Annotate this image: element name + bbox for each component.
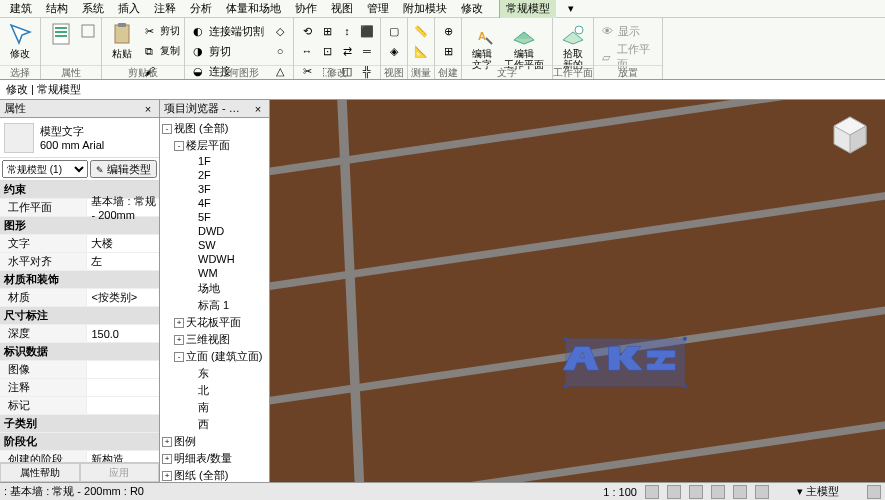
tree-item[interactable]: 5F <box>160 210 269 224</box>
property-value[interactable]: 新构造 <box>87 451 159 462</box>
tree-item[interactable]: 东 <box>160 365 269 382</box>
viewcube[interactable] <box>825 110 875 160</box>
scale-display[interactable]: 1 : 100 <box>603 486 637 498</box>
modify-tool-icon[interactable]: ⬛ <box>358 22 376 40</box>
modify-tool-icon[interactable]: ⊡ <box>318 42 336 60</box>
tool-icon[interactable]: ⊕ <box>439 22 457 40</box>
modify-tool-icon[interactable]: ↔ <box>298 42 316 60</box>
tool-icon[interactable]: ◈ <box>385 42 403 60</box>
property-value[interactable] <box>87 361 159 378</box>
modify-tool-icon[interactable]: ⊞ <box>318 22 336 40</box>
tree-item[interactable]: +天花板平面 <box>160 314 269 331</box>
tree-item[interactable]: +明细表/数量 <box>160 450 269 467</box>
tree-item[interactable]: 西 <box>160 416 269 433</box>
tree-item[interactable]: WM <box>160 266 269 280</box>
paste-button[interactable]: 粘贴 <box>106 20 138 61</box>
expand-icon[interactable]: + <box>174 335 184 345</box>
property-value[interactable]: 左 <box>87 253 159 270</box>
tree-item[interactable]: 南 <box>160 399 269 416</box>
menu-item[interactable]: 注释 <box>148 0 182 18</box>
tree-item[interactable]: 标高 1 <box>160 297 269 314</box>
tool-icon[interactable]: 📏 <box>412 22 430 40</box>
expand-icon[interactable]: + <box>162 437 172 447</box>
menu-item[interactable]: 建筑 <box>4 0 38 18</box>
property-value[interactable]: <按类别> <box>87 289 159 306</box>
close-icon[interactable]: × <box>251 102 265 116</box>
tree-item[interactable]: -视图 (全部) <box>160 120 269 137</box>
property-row[interactable]: 标记 <box>0 397 159 415</box>
tree-item[interactable]: 2F <box>160 168 269 182</box>
geom-tool-icon[interactable]: ◇ <box>271 22 289 40</box>
tree-item[interactable]: -立面 (建筑立面) <box>160 348 269 365</box>
cope-icon[interactable]: ◐ <box>189 22 207 40</box>
hide-icon[interactable] <box>755 485 769 499</box>
modify-button[interactable]: 修改 <box>4 20 36 61</box>
tree-item[interactable]: 4F <box>160 196 269 210</box>
contextual-tab[interactable]: 常规模型 <box>499 0 556 18</box>
collapse-icon[interactable]: - <box>174 352 184 362</box>
menu-item[interactable]: 管理 <box>361 0 395 18</box>
sun-path-icon[interactable] <box>689 485 703 499</box>
apply-button[interactable]: 应用 <box>80 463 160 482</box>
menu-item[interactable]: 插入 <box>112 0 146 18</box>
filter-icon[interactable] <box>867 485 881 499</box>
expand-icon[interactable]: + <box>162 471 172 481</box>
modify-tool-icon[interactable]: ⟲ <box>298 22 316 40</box>
menu-item[interactable]: 结构 <box>40 0 74 18</box>
menu-item[interactable]: 视图 <box>325 0 359 18</box>
property-value[interactable] <box>87 379 159 396</box>
instance-selector[interactable]: 常规模型 (1) <box>2 160 88 178</box>
shadows-icon[interactable] <box>711 485 725 499</box>
property-row[interactable]: 图像 <box>0 361 159 379</box>
menu-item[interactable]: 附加模块 <box>397 0 453 18</box>
3d-viewport[interactable] <box>270 100 885 482</box>
tree-item[interactable]: 3F <box>160 182 269 196</box>
tree-item[interactable]: +图纸 (全部) <box>160 467 269 482</box>
tree-item[interactable]: +三维视图 <box>160 331 269 348</box>
property-row[interactable]: 深度150.0 <box>0 325 159 343</box>
type-props-icon[interactable] <box>79 22 97 40</box>
tree-item[interactable]: 1F <box>160 154 269 168</box>
property-row[interactable]: 工作平面基本墙 : 常规 - 200mm <box>0 199 159 217</box>
tree-item[interactable]: -楼层平面 <box>160 137 269 154</box>
expand-icon[interactable]: + <box>174 318 184 328</box>
tree-item[interactable]: 北 <box>160 382 269 399</box>
tree-item[interactable]: SW <box>160 238 269 252</box>
property-category[interactable]: 子类别 <box>0 415 159 433</box>
cut-icon[interactable]: ✂ <box>140 22 158 40</box>
modify-tool-icon[interactable]: ⇄ <box>338 42 356 60</box>
property-row[interactable]: 创建的阶段新构造 <box>0 451 159 462</box>
expand-icon[interactable]: + <box>162 454 172 464</box>
copy-icon[interactable]: ⧉ <box>140 42 158 60</box>
tool-icon[interactable]: ⊞ <box>439 42 457 60</box>
model-label[interactable]: ▾ 主模型 <box>797 484 839 499</box>
property-row[interactable]: 水平对齐左 <box>0 253 159 271</box>
collapse-icon[interactable]: - <box>162 124 172 134</box>
property-row[interactable]: 文字大楼 <box>0 235 159 253</box>
property-row[interactable]: 注释 <box>0 379 159 397</box>
menu-item[interactable]: 系统 <box>76 0 110 18</box>
geom-tool-icon[interactable]: ○ <box>271 42 289 60</box>
property-category[interactable]: 材质和装饰 <box>0 271 159 289</box>
menu-item[interactable]: 修改 <box>455 0 489 18</box>
properties-help-button[interactable]: 属性帮助 <box>0 463 80 482</box>
cut-geom-icon[interactable]: ◑ <box>189 42 207 60</box>
property-row[interactable]: 材质<按类别> <box>0 289 159 307</box>
close-icon[interactable]: × <box>141 102 155 116</box>
tool-icon[interactable]: ▢ <box>385 22 403 40</box>
modify-tool-icon[interactable]: ↕ <box>338 22 356 40</box>
tree-item[interactable]: DWD <box>160 224 269 238</box>
property-category[interactable]: 标识数据 <box>0 343 159 361</box>
menu-item[interactable]: 分析 <box>184 0 218 18</box>
tool-icon[interactable]: 📐 <box>412 42 430 60</box>
property-value[interactable]: 基本墙 : 常规 - 200mm <box>87 199 159 216</box>
property-category[interactable]: 尺寸标注 <box>0 307 159 325</box>
property-value[interactable]: 大楼 <box>87 235 159 252</box>
properties-button[interactable] <box>45 20 77 48</box>
property-category[interactable]: 阶段化 <box>0 433 159 451</box>
expand-icon[interactable]: ▾ <box>562 0 580 17</box>
property-value[interactable] <box>87 397 159 414</box>
property-value[interactable]: 150.0 <box>87 325 159 342</box>
detail-level-icon[interactable] <box>645 485 659 499</box>
collapse-icon[interactable]: - <box>174 141 184 151</box>
